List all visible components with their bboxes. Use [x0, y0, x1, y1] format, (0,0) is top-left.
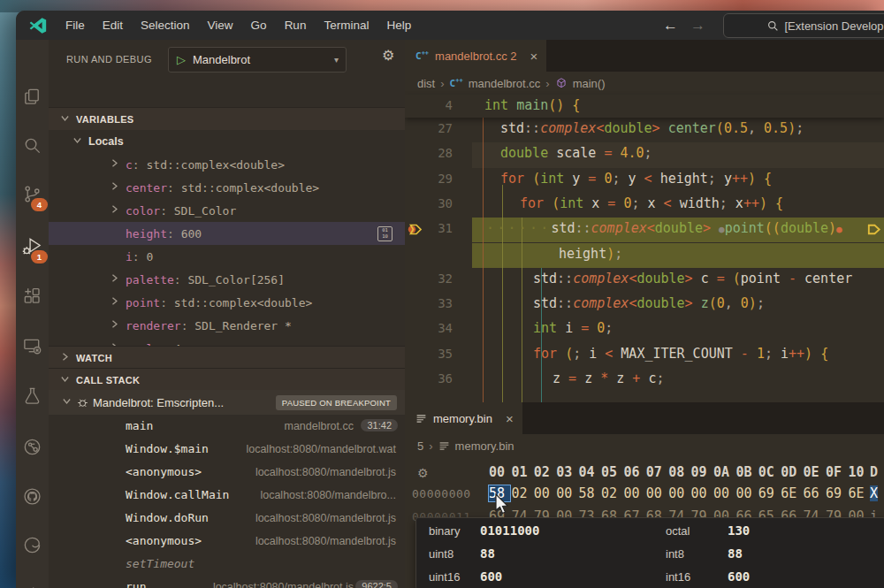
variable-row-i[interactable]: i: 0 [49, 245, 405, 268]
variable-row-center[interactable]: center: std::complex<double> [49, 176, 405, 199]
breadcrumbs[interactable]: dist › C++ mandelbrot.cc › main() [405, 72, 884, 95]
breadcrumb-symbol[interactable]: main() [573, 77, 606, 90]
hex-byte[interactable]: 6E [781, 485, 802, 501]
hex-settings-gear-icon[interactable]: ⚙ [417, 466, 429, 480]
hex-byte[interactable]: 00 [646, 485, 667, 501]
launch-config-name: Mandelbrot [193, 53, 250, 66]
stack-frame-settimeout[interactable]: setTimeout [49, 553, 405, 576]
code-line-33[interactable]: 33std::complex<double> z(0, 0); [405, 293, 884, 317]
variable-row-renderer[interactable]: renderer: SDL_Renderer * [49, 314, 405, 337]
activity-bar-item-testing[interactable] [16, 378, 49, 413]
title-bar: FileEditSelectionViewGoRunTerminalHelp ←… [16, 11, 884, 40]
tab-memory-bin[interactable]: memory.bin × [405, 402, 522, 434]
debug-session-row[interactable]: Mandelbrot: Emscripten... PAUSED ON BREA… [49, 390, 405, 415]
variable-row-color[interactable]: color: SDL_Color [49, 199, 405, 222]
activity-bar-item-github[interactable] [16, 478, 49, 514]
hex-byte[interactable]: 6E [848, 485, 869, 501]
launch-config-dropdown[interactable]: ▷ Mandelbrot ▾ [168, 47, 347, 73]
breadcrumb-file[interactable]: memory.bin [455, 439, 514, 453]
hex-byte[interactable]: 02 [511, 485, 532, 501]
locals-scope-row[interactable]: Locals [49, 130, 405, 153]
activity-bar-item-extensions[interactable] [16, 278, 49, 313]
variable-row-scale[interactable]: scale: 4 [49, 337, 405, 346]
view-binary-icon[interactable]: 0110 [377, 226, 392, 241]
stack-frame-main[interactable]: mainmandelbrot.cc31:42 [49, 415, 405, 438]
watch-section-header[interactable]: WATCH [49, 346, 405, 369]
menu-item-go[interactable]: Go [242, 19, 276, 32]
forward-arrow-icon[interactable]: → [690, 17, 705, 34]
back-arrow-icon[interactable]: ← [663, 17, 678, 34]
stack-frame-run[interactable]: runlocalhost:8080/mandelbrot.js9622:5 [49, 576, 405, 588]
variable-row-point[interactable]: point: std::complex<double> [49, 291, 405, 314]
stack-frame-window-callmain[interactable]: Window.callMainlocalhost:8080/mandelbro.… [49, 484, 405, 507]
menu-item-selection[interactable]: Selection [132, 19, 199, 32]
stack-frame-window--main[interactable]: Window.$mainlocalhost:8080/mandelbrot.wa… [49, 438, 405, 461]
hex-byte[interactable]: 00 [623, 485, 644, 501]
mouse-cursor [493, 493, 511, 516]
code-line-28[interactable]: 28double scale = 4.0; [405, 142, 884, 167]
hex-byte[interactable]: 69 [758, 485, 780, 501]
breadcrumb-session[interactable]: 5 [417, 439, 423, 453]
decoded-char[interactable]: X [870, 485, 878, 501]
code-line-31[interactable]: 31······std::complex<double> ●point((dou… [405, 218, 884, 242]
menu-item-edit[interactable]: Edit [94, 19, 132, 32]
sticky-scroll-line[interactable]: 4int main() { [405, 95, 884, 118]
hex-byte[interactable]: 00 [735, 485, 757, 501]
hex-byte[interactable]: 58 [579, 485, 600, 501]
activity-bar-item-live-share[interactable] [16, 577, 49, 588]
watch-section-title: WATCH [76, 353, 112, 363]
activity-bar-item-edge-devtools[interactable] [16, 527, 49, 562]
call-stack-section-header[interactable]: CALL STACK [49, 368, 405, 391]
hex-byte[interactable]: 00 [668, 485, 690, 501]
debug-play-icon[interactable]: ▷ [177, 53, 186, 66]
activity-bar-item-source-control[interactable]: 4 [16, 176, 49, 211]
activity-bar-item-search[interactable] [16, 127, 49, 163]
activity-bar-item-remote-explorer[interactable] [16, 328, 49, 363]
code-line-32[interactable]: 32std::complex<double> c = (point - cent… [405, 268, 884, 293]
hex-row-00000000[interactable]: 00000000580200005802000000000000696E6669… [405, 485, 884, 507]
hex-byte[interactable]: 00 [691, 485, 713, 501]
tab-mandelbrot-cc[interactable]: C++ mandelbrot.cc 2 × [405, 40, 546, 72]
activity-bar-item-wasm-debug[interactable] [16, 429, 49, 464]
hex-byte[interactable]: 00 [534, 485, 555, 501]
hex-byte[interactable]: 00 [556, 485, 577, 501]
menu-item-view[interactable]: View [199, 19, 242, 32]
stack-frame--anonymous-[interactable]: <anonymous>localhost:8080/mandelbrot.js [49, 530, 405, 553]
code-line-36[interactable]: 36z = z * z + c; [405, 368, 884, 393]
variable-row-c[interactable]: c: std::complex<double> [49, 153, 405, 176]
menu-item-file[interactable]: File [57, 19, 94, 32]
stack-frame--anonymous-[interactable]: <anonymous>localhost:8080/mandelbrot.js [49, 461, 405, 484]
code-line-27[interactable]: 27std::complex<double> center(0.5, 0.5); [405, 118, 884, 142]
breadcrumb-file[interactable]: mandelbrot.cc [469, 77, 541, 90]
code-line-34[interactable]: 34int i = 0; [405, 317, 884, 342]
symbol-method-icon [555, 77, 568, 89]
code-line-wrap[interactable]: height); [405, 243, 884, 268]
breadcrumb-dist[interactable]: dist [417, 77, 435, 90]
hex-byte[interactable]: 69 [826, 485, 847, 501]
activity-bar-item-run-and-debug[interactable]: 1 [16, 228, 49, 263]
variable-row-palette[interactable]: palette: SDL_Color[256] [49, 268, 405, 291]
session-label: Mandelbrot: Emscripten... [93, 396, 224, 409]
stack-frame-window-dorun[interactable]: Window.doRunlocalhost:8080/mandelbrot.js [49, 507, 405, 530]
bug-icon [76, 396, 89, 409]
code-line-35[interactable]: 35for (; i < MAX_ITER_COUNT - 1; i++) { [405, 343, 884, 368]
tab-label: memory.bin [433, 412, 492, 425]
close-icon[interactable]: × [506, 411, 514, 426]
activity-bar-item-explorer[interactable] [16, 79, 49, 114]
menu-item-help[interactable]: Help [377, 19, 420, 32]
close-icon[interactable]: × [530, 49, 538, 64]
code-line-29[interactable]: 29for (int y = 0; y < height; y++) { [405, 168, 884, 193]
code-area[interactable]: 27std::complex<double> center(0.5, 0.5);… [405, 118, 884, 402]
variables-section-header[interactable]: VARIABLES [49, 107, 405, 130]
menu-item-run[interactable]: Run [276, 19, 316, 32]
hex-byte[interactable]: 00 [713, 485, 735, 501]
variable-row-height[interactable]: height: 6000110 [49, 222, 405, 245]
panel-breadcrumbs[interactable]: 5 › memory.bin [405, 434, 884, 457]
code-line-30[interactable]: 30for (int x = 0; x < width; x++) { [405, 193, 884, 218]
command-center-search[interactable]: [Extension Develop [723, 13, 884, 38]
hex-byte[interactable]: 02 [601, 485, 622, 501]
menu-item-terminal[interactable]: Terminal [315, 19, 377, 32]
inspector-row-uint8: uint888int888 [416, 543, 884, 566]
hex-byte[interactable]: 66 [804, 485, 825, 501]
gear-icon[interactable]: ⚙ [382, 47, 394, 64]
